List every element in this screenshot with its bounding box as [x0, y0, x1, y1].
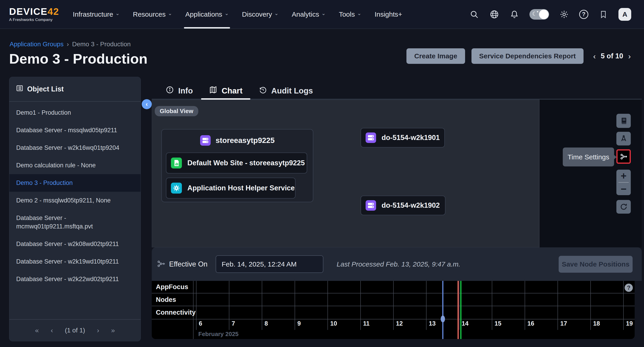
service-gear-icon: [171, 183, 182, 194]
chevron-down-icon: ⌄: [357, 10, 361, 16]
nav-item-insights[interactable]: Insights+: [374, 0, 402, 28]
day-label: 6: [199, 320, 202, 327]
nav-item-applications[interactable]: Applications⌄: [185, 0, 229, 28]
host-group-node[interactable]: storeeasytp9225 Default Web Site - store…: [161, 129, 313, 202]
list-item[interactable]: Database Server - mcmwq01tp9211.msftqa.p…: [9, 209, 140, 235]
nav-item-analytics[interactable]: Analytics⌄: [292, 0, 326, 28]
day-cell: 15: [492, 281, 525, 330]
object-list-panel: Object List Demo1 - Production Database …: [9, 77, 141, 341]
last-processed-text: Last Processed Feb. 13, 2025, 9:47 a.m.: [336, 260, 460, 268]
chevron-left-icon: ‹: [146, 101, 148, 108]
day-cell: 18: [590, 281, 623, 330]
day-cell: 14: [459, 281, 492, 330]
list-item[interactable]: Database Server - w2k19wd10tp9211: [9, 253, 140, 270]
time-settings-icon: [156, 259, 166, 270]
refresh-button[interactable]: [616, 200, 631, 214]
logo[interactable]: DEVICE42 A Freshworks Company: [9, 6, 59, 22]
globe-icon[interactable]: [489, 9, 499, 19]
list-item[interactable]: Demo 2 - mssqlwd05tp9211, None: [9, 192, 140, 209]
day-cell: 17: [558, 281, 590, 330]
day-cell: 10: [328, 281, 360, 330]
tab-chart[interactable]: Chart: [209, 83, 242, 99]
server-node-w2k1902[interactable]: do-5154-w2k1902: [360, 196, 446, 215]
list-item[interactable]: Database Server - w2k22wd02tp9211: [9, 270, 140, 288]
nav-item-tools[interactable]: Tools⌄: [339, 0, 361, 28]
marker-last-processed[interactable]: [442, 281, 444, 339]
marker-red[interactable]: [458, 281, 459, 339]
marker-effective-on[interactable]: [460, 281, 462, 339]
day-label: 14: [462, 320, 468, 327]
dependency-chart-canvas[interactable]: Global View storeeasytp9225 Default Web …: [152, 100, 539, 247]
collapse-sidebar-button[interactable]: ‹: [142, 99, 152, 109]
tab-audit-logs[interactable]: Audit Logs: [258, 83, 313, 99]
server-node-label: do-5154-w2k1902: [382, 201, 440, 210]
pagination-prev-icon[interactable]: ‹: [51, 327, 53, 334]
detail-tabs: Info Chart Audit Logs: [152, 83, 642, 100]
avatar-letter: A: [622, 10, 627, 18]
breadcrumb-separator: ›: [67, 40, 69, 48]
nav-item-discovery[interactable]: Discovery⌄: [242, 0, 278, 28]
object-list-header: Object List: [9, 77, 140, 102]
chevron-down-icon: ⌄: [168, 10, 172, 16]
day-cell: 6: [196, 281, 229, 330]
day-label: 19: [626, 320, 633, 327]
service-dependencies-report-button[interactable]: Service Dependencies Report: [472, 48, 584, 64]
day-cell: 12: [393, 281, 426, 330]
pagination-label: (1 of 1): [65, 327, 85, 334]
day-cell: 11: [360, 281, 393, 330]
list-item[interactable]: Database Server - w2k16wq01tp9204: [9, 139, 140, 157]
dark-mode-toggle[interactable]: ☾ ✦: [530, 9, 549, 19]
list-item[interactable]: Demo1 - Production: [9, 104, 140, 121]
avatar[interactable]: A: [618, 8, 631, 21]
list-item[interactable]: Demo calculation rule - None: [9, 157, 140, 174]
day-label: 15: [494, 320, 501, 327]
pagination-first-icon[interactable]: «: [35, 327, 39, 334]
webapp-file-icon: [171, 158, 182, 168]
zoom-out-button[interactable]: −: [616, 183, 631, 195]
nav-item-infrastructure[interactable]: Infrastructure⌄: [73, 0, 120, 28]
effective-date-input[interactable]: Feb. 14, 2025, 12:24 AM: [216, 255, 323, 273]
object-list-pagination: « ‹ (1 of 1) › »: [9, 319, 140, 341]
help-icon[interactable]: ?: [579, 10, 588, 19]
layout-compass-button[interactable]: [616, 132, 631, 145]
tab-info[interactable]: Info: [166, 83, 193, 99]
tab-label: Info: [178, 86, 193, 95]
list-item[interactable]: Database Server - mssqlwd05tp9211: [9, 121, 140, 139]
logo-tagline: A Freshworks Company: [9, 17, 59, 22]
child-node-webapp[interactable]: Default Web Site - storeeasytp9225: [166, 153, 307, 173]
server-node-w2k1901[interactable]: do-5154-w2k1901: [360, 128, 445, 147]
info-icon: [166, 85, 174, 96]
child-node-service[interactable]: Application Host Helper Service: [166, 178, 296, 199]
gear-icon[interactable]: [559, 9, 569, 19]
bell-icon[interactable]: [509, 9, 520, 19]
pager-prev-icon[interactable]: ‹: [593, 52, 596, 61]
pager-next-icon[interactable]: ›: [628, 52, 631, 61]
day-label: 10: [330, 320, 337, 327]
nav-item-resources[interactable]: Resources⌄: [133, 0, 172, 28]
list-item-selected[interactable]: Demo 3 - Production: [9, 174, 140, 192]
pagination-last-icon[interactable]: »: [111, 327, 115, 334]
device42-app: DEVICE42 A Freshworks Company Infrastruc…: [0, 0, 644, 347]
timeline-help-icon[interactable]: ?: [624, 284, 633, 292]
save-node-positions-button[interactable]: Save Node Positions: [559, 256, 632, 273]
bookmark-icon[interactable]: [598, 9, 608, 19]
timeline-panel[interactable]: AppFocus Nodes Connectivity 6 7 8 9 10 1…: [152, 281, 635, 339]
day-label: 12: [396, 320, 403, 327]
day-cell: 7: [229, 281, 262, 330]
help-glyph: ?: [627, 285, 630, 291]
time-settings-button[interactable]: [616, 149, 631, 164]
pagination-next-icon[interactable]: ›: [97, 327, 99, 334]
record-pager: ‹ 5 of 10 ›: [593, 52, 631, 61]
legend-book-button[interactable]: [616, 114, 631, 128]
breadcrumb-link[interactable]: Application Groups: [10, 40, 64, 48]
map-icon: [209, 85, 218, 96]
chevron-down-icon: ⌄: [224, 10, 229, 16]
timeline-row-connectivity: Connectivity: [156, 309, 196, 318]
search-icon[interactable]: [469, 9, 479, 19]
server-icon: [366, 200, 376, 211]
list-item[interactable]: Database Server - w2k08wd02tp9211: [9, 235, 140, 253]
zoom-in-button[interactable]: +: [616, 170, 631, 182]
create-image-button[interactable]: Create Image: [406, 48, 465, 64]
marker-drag-handle[interactable]: [441, 316, 445, 322]
nav-item-label: Resources: [133, 10, 166, 18]
